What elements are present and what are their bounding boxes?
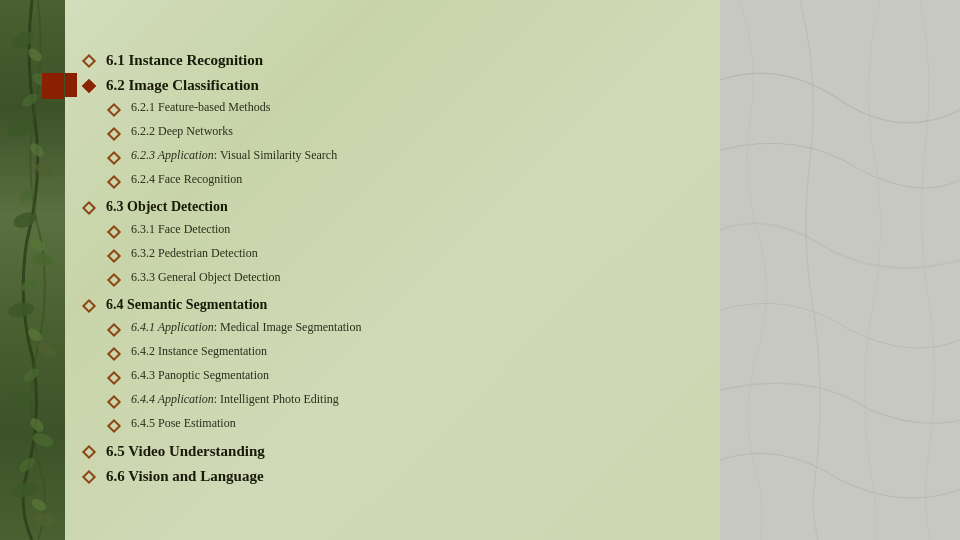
- svg-point-11: [34, 512, 56, 527]
- list-item[interactable]: 6.1 Instance Recognition: [80, 50, 680, 71]
- bullet-icon: [105, 173, 123, 191]
- bullet-icon: [80, 297, 98, 315]
- section-6-3-2-label: 6.3.2 Pedestrian Detection: [131, 245, 258, 262]
- list-item[interactable]: 6.3.3 General Object Detection: [80, 269, 680, 289]
- section-6-4-4-label: 6.4.4 Application: Intelligent Photo Edi…: [131, 391, 339, 408]
- section-6-4-5-label: 6.4.5 Pose Estimation: [131, 415, 236, 432]
- section-6-3-3-label: 6.3.3 General Object Detection: [131, 269, 281, 286]
- svg-point-16: [29, 236, 48, 253]
- list-item[interactable]: 6.2.4 Face Recognition: [80, 171, 680, 191]
- section-6-3-1-label: 6.3.1 Face Detection: [131, 221, 230, 238]
- bullet-icon: [80, 52, 98, 70]
- section-6-4-3-label: 6.4.3 Panoptic Segmentation: [131, 367, 269, 384]
- list-item[interactable]: 6.4.2 Instance Segmentation: [80, 343, 680, 363]
- svg-point-6: [7, 301, 35, 319]
- section-6-2-4-label: 6.2.4 Face Recognition: [131, 171, 242, 188]
- svg-point-19: [21, 366, 41, 385]
- list-item[interactable]: 6.3 Object Detection: [80, 197, 680, 217]
- list-item[interactable]: 6.4.1 Application: Medical Image Segment…: [80, 319, 680, 339]
- toc-container: 6.1 Instance Recognition 6.2 Image Class…: [80, 50, 680, 491]
- section-6-6-label: 6.6 Vision and Language: [106, 466, 264, 487]
- bullet-icon: [105, 345, 123, 363]
- section-6-4-label: 6.4 Semantic Segmentation: [106, 295, 267, 315]
- svg-point-10: [11, 480, 40, 500]
- bullet-icon: [105, 223, 123, 241]
- bullet-icon: [80, 77, 98, 95]
- list-item[interactable]: 6.4 Semantic Segmentation: [80, 295, 680, 315]
- bullet-icon: [105, 369, 123, 387]
- bullet-icon: [105, 321, 123, 339]
- section-6-4-1-label: 6.4.1 Application: Medical Image Segment…: [131, 319, 361, 336]
- section-6-5-label: 6.5 Video Understanding: [106, 441, 265, 462]
- svg-point-5: [31, 251, 55, 268]
- bullet-icon: [80, 443, 98, 461]
- marble-texture-panel: [720, 0, 960, 540]
- svg-point-0: [9, 28, 37, 52]
- list-item[interactable]: 6.4.5 Pose Estimation: [80, 415, 680, 435]
- bullet-icon: [105, 271, 123, 289]
- bullet-icon: [105, 125, 123, 143]
- bullet-icon: [105, 149, 123, 167]
- marble-overlay: [720, 0, 960, 540]
- list-item[interactable]: 6.3.1 Face Detection: [80, 221, 680, 241]
- list-item[interactable]: 6.2.2 Deep Networks: [80, 123, 680, 143]
- svg-point-2: [6, 120, 35, 140]
- bullet-icon: [80, 199, 98, 217]
- list-item[interactable]: 6.2.3 Application: Visual Similarity Sea…: [80, 147, 680, 167]
- list-item[interactable]: 6.4.4 Application: Intelligent Photo Edi…: [80, 391, 680, 411]
- svg-rect-23: [720, 0, 960, 540]
- section-6-2-1-label: 6.2.1 Feature-based Methods: [131, 99, 270, 116]
- section-6-3-label: 6.3 Object Detection: [106, 197, 228, 217]
- list-item[interactable]: 6.3.2 Pedestrian Detection: [80, 245, 680, 265]
- section-6-2-3-label: 6.2.3 Application: Visual Similarity Sea…: [131, 147, 337, 164]
- bullet-icon: [105, 393, 123, 411]
- svg-point-8: [9, 389, 37, 412]
- list-item[interactable]: 6.4.3 Panoptic Segmentation: [80, 367, 680, 387]
- section-6-2-label: 6.2 Image Classification: [106, 75, 259, 96]
- list-item[interactable]: 6.2 Image Classification: [80, 75, 680, 96]
- main-panel: 6.1 Instance Recognition 6.2 Image Class…: [0, 0, 720, 540]
- bullet-icon: [105, 247, 123, 265]
- section-6-1-label: 6.1 Instance Recognition: [106, 50, 263, 71]
- bullet-icon: [105, 417, 123, 435]
- bullet-icon: [105, 101, 123, 119]
- list-item[interactable]: 6.2.1 Feature-based Methods: [80, 99, 680, 119]
- list-item[interactable]: 6.5 Video Understanding: [80, 441, 680, 462]
- section-6-2-2-label: 6.2.2 Deep Networks: [131, 123, 233, 140]
- list-item[interactable]: 6.6 Vision and Language: [80, 466, 680, 487]
- bullet-icon: [80, 468, 98, 486]
- section-6-4-2-label: 6.4.2 Instance Segmentation: [131, 343, 267, 360]
